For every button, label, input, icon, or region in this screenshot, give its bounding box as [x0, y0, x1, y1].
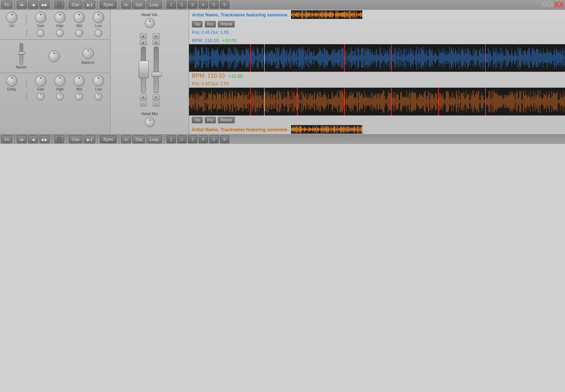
scroll-up-btn[interactable]: ▲ — [140, 33, 147, 39]
mid2-small-knob[interactable] — [75, 93, 83, 100]
master-fader-thumb[interactable] — [18, 52, 25, 55]
low2-small-knob[interactable] — [95, 93, 102, 100]
divider-delay — [26, 79, 26, 88]
out-button-bottom[interactable]: Out — [132, 135, 145, 143]
out-button-top[interactable]: Out — [132, 1, 145, 9]
lfo-eq-section: Lfo Gain High Mid — [0, 10, 110, 40]
mid2-container: Mid — [73, 75, 85, 91]
headphone-bottom[interactable]: 🎧 — [54, 135, 64, 143]
master-fader-track[interactable] — [20, 43, 23, 65]
deck1-bpm-offset: +10.00 — [222, 38, 236, 43]
right-fader-thumb[interactable] — [152, 72, 162, 77]
num-btn-3-bottom[interactable]: 3 — [188, 135, 197, 143]
num-btn-6-bottom[interactable]: 6 — [220, 135, 229, 143]
gain-knob[interactable] — [35, 12, 46, 23]
fx-button-top[interactable]: Fx — [1, 1, 12, 9]
deck2-pos-info: Pos: 0.45 Dur: 1.55 — [189, 80, 565, 88]
play-button-bottom[interactable]: ▶ ‖ — [84, 135, 95, 143]
num-btn-6-top[interactable]: 6 — [220, 1, 229, 9]
balance-knob[interactable] — [82, 48, 94, 59]
waveform-panel: Artist Name, Trackname featuring someone… — [189, 10, 565, 134]
balance-label: Balance — [81, 61, 94, 65]
scroll-up2-btn[interactable]: ▲ — [140, 40, 147, 45]
mid-knob[interactable] — [73, 12, 85, 23]
master-knob[interactable] — [49, 51, 60, 62]
left-fader-track[interactable] — [141, 47, 146, 93]
mid-small-knob[interactable] — [75, 29, 83, 37]
deck2-mini-canvas — [291, 125, 362, 134]
num-btn-1-bottom[interactable]: 1 — [167, 135, 176, 143]
high2-small-knob[interactable] — [56, 93, 64, 100]
deck1-section: Artist Name, Trackname featuring someone… — [189, 10, 565, 72]
balance-knob-dot — [87, 50, 89, 51]
num-btn-4-bottom[interactable]: 4 — [199, 135, 208, 143]
top-knob-row: Lfo Gain High Mid — [2, 12, 108, 28]
deck2-key-btn[interactable]: Key — [205, 117, 216, 123]
cue-button-top[interactable]: Cue — [69, 1, 82, 9]
high-knob[interactable] — [54, 12, 66, 23]
deck2-tap-btn[interactable]: Tap — [192, 117, 203, 123]
num-btn-4-top[interactable]: 4 — [199, 1, 208, 9]
in-button-bottom[interactable]: In — [121, 135, 131, 143]
mid2-knob[interactable] — [73, 75, 85, 87]
loop-button-top[interactable]: Loop — [147, 1, 162, 9]
forward-bottom[interactable]: ▶▶ — [40, 135, 50, 143]
play-button-top[interactable]: ▶ ‖ — [84, 1, 95, 9]
cue-button-bottom[interactable]: Cue — [69, 135, 82, 143]
head-mix-knob[interactable] — [145, 117, 155, 127]
scroll-up2-r-btn[interactable]: ▲ — [153, 40, 160, 45]
sync-button-top[interactable]: Sync — [100, 1, 117, 9]
deck1-repeat-btn[interactable]: Repeat — [218, 21, 234, 27]
low-container: Low — [93, 12, 104, 28]
scroll-right-r-btn[interactable]: ↔ — [153, 101, 160, 107]
rewind-fast-top[interactable]: ⏮ — [17, 1, 27, 9]
gain-container: Gain — [35, 12, 46, 28]
dj-interface: Fx ⏮ ◀ ▶▶ 🎧 Cue ▶ ‖ Sync In Out Loop 1 2… — [0, 0, 565, 125]
rewind-top[interactable]: ◀ — [28, 1, 38, 9]
num-btn-1-top[interactable]: 1 — [167, 1, 176, 9]
mid-container: Mid — [73, 12, 85, 28]
sync-button-bottom[interactable]: Sync — [100, 135, 117, 143]
gain2-small-knob[interactable] — [37, 93, 45, 100]
gain2-knob[interactable] — [35, 75, 46, 87]
high-label: High — [56, 24, 64, 28]
scroll-down-btn[interactable]: ▼ — [140, 94, 147, 100]
low-small-knob[interactable] — [95, 29, 102, 37]
deck2-repeat-btn[interactable]: Repeat — [218, 117, 234, 123]
empty-area — [0, 125, 565, 392]
fx-button-bottom[interactable]: Fx — [1, 135, 12, 143]
rewind-bottom[interactable]: ◀ — [28, 135, 38, 143]
num-btn-2-bottom[interactable]: 2 — [177, 135, 187, 143]
lfo-knob[interactable] — [6, 12, 17, 23]
num-btn-5-bottom[interactable]: 5 — [209, 135, 219, 143]
deck1-key-btn[interactable]: Key — [205, 21, 216, 27]
forward-top[interactable]: ▶▶ — [40, 1, 50, 9]
num-btn-2-top[interactable]: 2 — [177, 1, 187, 9]
divider3 — [66, 0, 67, 9]
rewind-fast-bottom[interactable]: ⏮ — [17, 135, 27, 143]
low2-knob[interactable] — [93, 75, 104, 87]
num-btn-5-top[interactable]: 5 — [209, 1, 219, 9]
high-small-knob[interactable] — [56, 29, 64, 37]
num-btn-3-top[interactable]: 3 — [188, 1, 197, 9]
left-fader-thumb[interactable] — [139, 61, 149, 78]
scroll-right-btn[interactable]: ↔ — [140, 101, 147, 107]
gain-small-knob[interactable] — [37, 29, 45, 37]
deck1-tap-btn[interactable]: Tap — [192, 21, 203, 27]
high2-label: High — [56, 87, 64, 91]
high2-knob[interactable] — [54, 75, 66, 87]
delay-knob[interactable] — [6, 75, 17, 87]
scroll-up-r-btn[interactable]: ▲ — [153, 33, 160, 39]
headphone-top[interactable]: 🎧 — [54, 1, 64, 9]
divider2 — [52, 0, 52, 9]
master-fader-container: Master — [16, 43, 27, 69]
scroll-down-r-btn[interactable]: ▼ — [153, 94, 160, 100]
head-vol-knob[interactable] — [145, 18, 155, 28]
low-knob[interactable] — [93, 12, 104, 23]
loop-button-bottom[interactable]: Loop — [147, 135, 162, 143]
deck1-pos-info: Pos: 0.45 Dur: 1.55 — [189, 29, 565, 36]
in-button-top[interactable]: In — [121, 1, 131, 9]
right-fader-track[interactable] — [154, 47, 159, 93]
divider — [14, 0, 15, 9]
delay-label: Delay — [7, 87, 16, 91]
